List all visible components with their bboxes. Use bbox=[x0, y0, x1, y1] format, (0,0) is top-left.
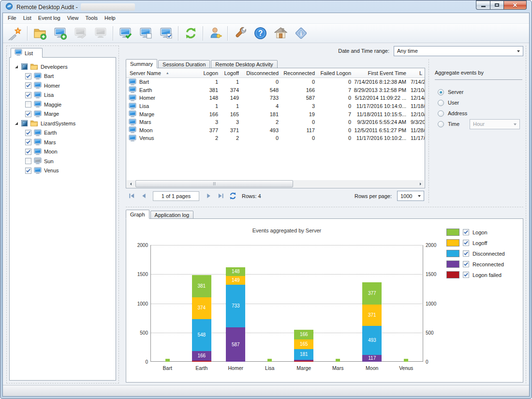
tree-item-earth[interactable]: Earth bbox=[15, 128, 114, 138]
table-row-lisa[interactable]: Lisa1143011/17/2016 10:14:0...11/18/ bbox=[126, 102, 425, 110]
checkbox[interactable] bbox=[463, 272, 469, 278]
horizontal-scrollbar[interactable] bbox=[127, 180, 424, 187]
tree-item-homer[interactable]: Homer bbox=[15, 81, 114, 91]
tab-summary[interactable]: Summary bbox=[126, 59, 157, 68]
checkbox[interactable] bbox=[21, 63, 28, 70]
checkbox[interactable] bbox=[25, 149, 31, 155]
table-row-mars[interactable]: Mars332009/3/2016 5:55:24 AM9/3/20 bbox=[126, 118, 425, 126]
aggregate-option-user[interactable]: User bbox=[438, 97, 523, 108]
users-button[interactable] bbox=[205, 25, 225, 42]
about-button[interactable]: i bbox=[291, 25, 311, 42]
close-button[interactable]: ✕ bbox=[504, 0, 527, 10]
column-header-logoff[interactable]: Logoff bbox=[218, 70, 239, 76]
maximize-button[interactable] bbox=[490, 0, 504, 10]
rows-per-page-combo[interactable]: 1000 bbox=[397, 191, 424, 201]
tree-item-mars[interactable]: Mars bbox=[15, 138, 114, 147]
help-button[interactable]: ? bbox=[250, 25, 270, 42]
scroll-right-arrow[interactable] bbox=[416, 180, 424, 187]
table-row-earth[interactable]: Earth38137454816678/29/2013 3:12:58 PM12… bbox=[126, 86, 425, 94]
legend-swatch bbox=[446, 261, 459, 268]
settings-button[interactable] bbox=[230, 25, 250, 42]
uncheck-all-button[interactable] bbox=[135, 25, 156, 42]
tree-item-marge[interactable]: Marge bbox=[15, 109, 114, 119]
expander-icon[interactable] bbox=[15, 65, 18, 68]
tree-group[interactable]: LizardSystems bbox=[15, 119, 114, 128]
edit-computer-button[interactable] bbox=[70, 25, 90, 42]
menu-file[interactable]: File bbox=[4, 14, 20, 23]
tree-item-maggie[interactable]: Maggie bbox=[15, 100, 114, 109]
tree-item-venus[interactable]: Venus bbox=[15, 166, 114, 176]
table-row-bart[interactable]: Bart110007/14/2016 8:12:38 AM7/14/2 bbox=[126, 78, 425, 86]
radio-button[interactable] bbox=[438, 110, 444, 117]
radio-button[interactable] bbox=[438, 121, 444, 127]
computer-icon bbox=[129, 94, 136, 102]
tree-group[interactable]: Developers bbox=[15, 62, 114, 72]
last-page-button[interactable] bbox=[216, 191, 225, 201]
checkbox[interactable] bbox=[463, 229, 469, 235]
datetime-range-combo[interactable]: Any time bbox=[394, 46, 523, 56]
tree-item-moon[interactable]: Moon bbox=[15, 147, 114, 157]
previous-page-button[interactable] bbox=[139, 191, 148, 201]
table-row-homer[interactable]: Homer14814973358705/12/2014 11:09:22 ...… bbox=[126, 94, 425, 102]
menu-view[interactable]: View bbox=[64, 14, 82, 23]
table-row-venus[interactable]: Venus2200011/17/2016 10:10:2...11/17/ bbox=[126, 134, 425, 142]
scroll-track[interactable] bbox=[134, 180, 416, 187]
delete-computer-button[interactable] bbox=[90, 25, 111, 42]
invert-check-button[interactable] bbox=[156, 25, 176, 42]
aggregate-option-server[interactable]: Server bbox=[438, 87, 523, 97]
radio-button[interactable] bbox=[438, 100, 444, 106]
column-header-first-event-time[interactable]: First Event Time bbox=[351, 70, 406, 76]
next-page-button[interactable] bbox=[204, 191, 213, 201]
checkbox[interactable] bbox=[21, 120, 28, 126]
scroll-left-arrow[interactable] bbox=[127, 180, 134, 187]
menu-help[interactable]: Help bbox=[101, 14, 119, 23]
bar-value-label: 548 bbox=[192, 332, 211, 338]
checkbox[interactable] bbox=[25, 168, 31, 174]
tree-item-bart[interactable]: Bart bbox=[15, 72, 114, 81]
add-group-button[interactable] bbox=[30, 25, 50, 42]
column-header-l[interactable]: L bbox=[406, 70, 425, 76]
checkbox[interactable] bbox=[463, 250, 469, 257]
menu-event-log[interactable]: Event log bbox=[35, 14, 64, 23]
aggregate-option-address[interactable]: Address bbox=[438, 108, 523, 119]
tab-list[interactable]: List bbox=[11, 48, 43, 58]
checkbox[interactable] bbox=[463, 261, 469, 267]
wizard-button[interactable] bbox=[5, 25, 25, 42]
column-header-failed-logon[interactable]: Failed Logon bbox=[315, 70, 351, 76]
checkbox[interactable] bbox=[25, 130, 31, 136]
checkbox[interactable] bbox=[25, 82, 31, 89]
minimize-button[interactable] bbox=[476, 0, 490, 10]
tab-remote-desktop-activity[interactable]: Remote Desktop Activity bbox=[211, 60, 277, 68]
column-header-reconnected[interactable]: Reconnected bbox=[279, 70, 315, 76]
checkbox[interactable] bbox=[25, 101, 31, 107]
checkbox[interactable] bbox=[25, 73, 31, 79]
refresh-rows-button[interactable] bbox=[228, 191, 237, 201]
tab-graph[interactable]: Graph bbox=[126, 210, 149, 219]
table-row-marge[interactable]: Marge16616518119711/18/2011 10:15:5...12… bbox=[126, 110, 425, 118]
tree-item-lisa[interactable]: Lisa bbox=[15, 91, 114, 100]
checkbox[interactable] bbox=[463, 240, 469, 246]
cell: 166 bbox=[194, 111, 218, 117]
expander-icon[interactable] bbox=[15, 122, 18, 125]
aggregate-option-time[interactable]: TimeHour bbox=[438, 119, 523, 129]
menu-tools[interactable]: Tools bbox=[82, 14, 101, 23]
checkbox[interactable] bbox=[25, 111, 31, 117]
refresh-button[interactable] bbox=[180, 25, 201, 42]
tab-application-log[interactable]: Application log bbox=[150, 211, 194, 219]
table-row-moon[interactable]: Moon377371493117012/5/2011 6:51:27 PM11/… bbox=[126, 126, 425, 135]
tab-sessions-duration[interactable]: Sessions Duration bbox=[158, 60, 210, 68]
radio-button[interactable] bbox=[438, 89, 444, 95]
column-header-server-name[interactable]: Server Name▲ bbox=[126, 70, 194, 76]
checkbox[interactable] bbox=[25, 92, 31, 98]
scroll-thumb[interactable] bbox=[135, 180, 293, 187]
checkbox[interactable] bbox=[25, 139, 31, 145]
check-all-button[interactable] bbox=[115, 25, 135, 42]
add-computer-button[interactable] bbox=[50, 25, 70, 42]
menu-list[interactable]: List bbox=[20, 14, 35, 23]
tree-item-sun[interactable]: Sun bbox=[15, 156, 114, 166]
first-page-button[interactable] bbox=[127, 191, 136, 201]
column-header-disconnected[interactable]: Disconnected bbox=[239, 70, 279, 76]
checkbox[interactable] bbox=[25, 158, 31, 164]
column-header-logon[interactable]: Logon bbox=[194, 70, 218, 76]
home-button[interactable] bbox=[270, 25, 291, 42]
